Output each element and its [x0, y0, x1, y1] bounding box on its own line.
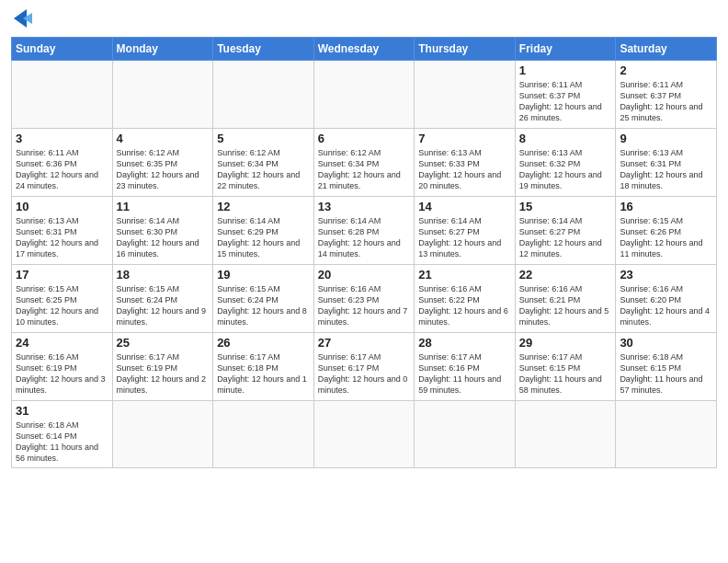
day-number: 29	[519, 336, 612, 350]
weekday-header-monday: Monday	[112, 38, 213, 61]
calendar-cell	[213, 401, 314, 468]
calendar-cell: 14Sunrise: 6:14 AM Sunset: 6:27 PM Dayli…	[415, 197, 516, 265]
day-number: 11	[117, 200, 210, 213]
calendar-cell: 7Sunrise: 6:13 AM Sunset: 6:33 PM Daylig…	[415, 129, 516, 197]
day-info: Sunrise: 6:13 AM Sunset: 6:31 PM Dayligh…	[16, 215, 108, 260]
day-info: Sunrise: 6:11 AM Sunset: 6:37 PM Dayligh…	[519, 79, 612, 124]
day-number: 5	[217, 132, 310, 145]
day-number: 23	[620, 268, 712, 282]
day-number: 21	[418, 268, 511, 282]
day-info: Sunrise: 6:15 AM Sunset: 6:25 PM Dayligh…	[16, 283, 108, 328]
calendar-cell: 5Sunrise: 6:12 AM Sunset: 6:34 PM Daylig…	[213, 129, 314, 197]
calendar-cell	[313, 401, 415, 468]
calendar-cell: 8Sunrise: 6:13 AM Sunset: 6:32 PM Daylig…	[515, 129, 616, 197]
calendar-cell: 29Sunrise: 6:17 AM Sunset: 6:15 PM Dayli…	[515, 333, 616, 401]
calendar-cell: 26Sunrise: 6:17 AM Sunset: 6:18 PM Dayli…	[213, 333, 314, 401]
calendar-week-row: 3Sunrise: 6:11 AM Sunset: 6:36 PM Daylig…	[12, 129, 717, 197]
calendar-week-row: 31Sunrise: 6:18 AM Sunset: 6:14 PM Dayli…	[12, 401, 717, 468]
day-info: Sunrise: 6:16 AM Sunset: 6:19 PM Dayligh…	[16, 351, 108, 396]
calendar-page: SundayMondayTuesdayWednesdayThursdayFrid…	[0, 0, 728, 477]
day-number: 16	[620, 200, 712, 213]
day-number: 25	[117, 336, 210, 350]
day-info: Sunrise: 6:11 AM Sunset: 6:36 PM Dayligh…	[16, 147, 108, 192]
calendar-cell	[415, 61, 516, 129]
day-number: 24	[16, 336, 108, 350]
day-info: Sunrise: 6:13 AM Sunset: 6:31 PM Dayligh…	[620, 147, 712, 192]
calendar-cell: 28Sunrise: 6:17 AM Sunset: 6:16 PM Dayli…	[415, 333, 516, 401]
header	[11, 9, 717, 31]
calendar-cell: 20Sunrise: 6:16 AM Sunset: 6:23 PM Dayli…	[313, 265, 415, 333]
calendar-cell	[415, 401, 516, 468]
day-number: 4	[117, 132, 210, 145]
calendar-cell: 30Sunrise: 6:18 AM Sunset: 6:15 PM Dayli…	[616, 333, 717, 401]
day-number: 3	[16, 132, 108, 145]
calendar-week-row: 1Sunrise: 6:11 AM Sunset: 6:37 PM Daylig…	[12, 61, 717, 129]
day-info: Sunrise: 6:11 AM Sunset: 6:37 PM Dayligh…	[620, 79, 712, 124]
calendar-cell: 13Sunrise: 6:14 AM Sunset: 6:28 PM Dayli…	[313, 197, 415, 265]
calendar-cell: 23Sunrise: 6:16 AM Sunset: 6:20 PM Dayli…	[616, 265, 717, 333]
calendar-cell: 25Sunrise: 6:17 AM Sunset: 6:19 PM Dayli…	[112, 333, 213, 401]
day-number: 8	[519, 132, 612, 145]
day-number: 6	[318, 132, 411, 145]
day-number: 27	[318, 336, 411, 350]
day-number: 18	[117, 268, 210, 282]
calendar-cell: 17Sunrise: 6:15 AM Sunset: 6:25 PM Dayli…	[12, 265, 113, 333]
calendar-cell: 15Sunrise: 6:14 AM Sunset: 6:27 PM Dayli…	[515, 197, 616, 265]
day-number: 31	[16, 404, 108, 418]
weekday-header-sunday: Sunday	[12, 38, 113, 61]
day-number: 19	[217, 268, 310, 282]
weekday-header-friday: Friday	[515, 38, 616, 61]
day-info: Sunrise: 6:15 AM Sunset: 6:26 PM Dayligh…	[620, 215, 712, 260]
day-info: Sunrise: 6:17 AM Sunset: 6:19 PM Dayligh…	[117, 351, 210, 396]
day-number: 13	[318, 200, 411, 213]
day-number: 7	[418, 132, 511, 145]
calendar-cell: 10Sunrise: 6:13 AM Sunset: 6:31 PM Dayli…	[12, 197, 113, 265]
weekday-header-wednesday: Wednesday	[313, 38, 415, 61]
calendar-cell	[616, 401, 717, 468]
day-info: Sunrise: 6:13 AM Sunset: 6:32 PM Dayligh…	[519, 147, 612, 192]
day-number: 1	[519, 63, 612, 77]
day-info: Sunrise: 6:12 AM Sunset: 6:34 PM Dayligh…	[217, 147, 310, 192]
day-number: 15	[519, 200, 612, 213]
day-number: 12	[217, 200, 310, 213]
calendar-cell: 19Sunrise: 6:15 AM Sunset: 6:24 PM Dayli…	[213, 265, 314, 333]
calendar-cell: 31Sunrise: 6:18 AM Sunset: 6:14 PM Dayli…	[12, 401, 113, 468]
calendar-week-row: 17Sunrise: 6:15 AM Sunset: 6:25 PM Dayli…	[12, 265, 717, 333]
day-info: Sunrise: 6:14 AM Sunset: 6:29 PM Dayligh…	[217, 215, 310, 260]
calendar-cell: 2Sunrise: 6:11 AM Sunset: 6:37 PM Daylig…	[616, 61, 717, 129]
calendar-cell: 12Sunrise: 6:14 AM Sunset: 6:29 PM Dayli…	[213, 197, 314, 265]
day-number: 9	[620, 132, 712, 145]
day-info: Sunrise: 6:14 AM Sunset: 6:30 PM Dayligh…	[117, 215, 210, 260]
day-info: Sunrise: 6:14 AM Sunset: 6:27 PM Dayligh…	[519, 215, 612, 260]
calendar-cell: 11Sunrise: 6:14 AM Sunset: 6:30 PM Dayli…	[112, 197, 213, 265]
day-info: Sunrise: 6:18 AM Sunset: 6:14 PM Dayligh…	[16, 419, 108, 465]
calendar-cell: 1Sunrise: 6:11 AM Sunset: 6:37 PM Daylig…	[515, 61, 616, 129]
calendar-cell: 24Sunrise: 6:16 AM Sunset: 6:19 PM Dayli…	[12, 333, 113, 401]
day-info: Sunrise: 6:17 AM Sunset: 6:16 PM Dayligh…	[418, 351, 511, 396]
day-info: Sunrise: 6:13 AM Sunset: 6:33 PM Dayligh…	[418, 147, 511, 192]
day-info: Sunrise: 6:16 AM Sunset: 6:23 PM Dayligh…	[318, 283, 411, 328]
day-number: 26	[217, 336, 310, 350]
day-info: Sunrise: 6:14 AM Sunset: 6:28 PM Dayligh…	[318, 215, 411, 260]
day-info: Sunrise: 6:18 AM Sunset: 6:15 PM Dayligh…	[620, 351, 712, 396]
weekday-header-thursday: Thursday	[415, 38, 516, 61]
calendar-cell	[313, 61, 415, 129]
calendar-cell: 21Sunrise: 6:16 AM Sunset: 6:22 PM Dayli…	[415, 265, 516, 333]
calendar-week-row: 10Sunrise: 6:13 AM Sunset: 6:31 PM Dayli…	[12, 197, 717, 265]
day-number: 28	[418, 336, 511, 350]
calendar-cell	[213, 61, 314, 129]
calendar-cell: 4Sunrise: 6:12 AM Sunset: 6:35 PM Daylig…	[112, 129, 213, 197]
weekday-header-tuesday: Tuesday	[213, 38, 314, 61]
weekday-header-row: SundayMondayTuesdayWednesdayThursdayFrid…	[12, 38, 717, 61]
calendar-cell	[112, 401, 213, 468]
calendar-cell: 18Sunrise: 6:15 AM Sunset: 6:24 PM Dayli…	[112, 265, 213, 333]
day-number: 22	[519, 268, 612, 282]
day-info: Sunrise: 6:12 AM Sunset: 6:35 PM Dayligh…	[117, 147, 210, 192]
day-info: Sunrise: 6:17 AM Sunset: 6:15 PM Dayligh…	[519, 351, 612, 396]
calendar-week-row: 24Sunrise: 6:16 AM Sunset: 6:19 PM Dayli…	[12, 333, 717, 401]
day-info: Sunrise: 6:17 AM Sunset: 6:17 PM Dayligh…	[318, 351, 411, 396]
logo-icon	[14, 9, 34, 31]
day-number: 10	[16, 200, 108, 213]
day-info: Sunrise: 6:14 AM Sunset: 6:27 PM Dayligh…	[418, 215, 511, 260]
day-number: 20	[318, 268, 411, 282]
